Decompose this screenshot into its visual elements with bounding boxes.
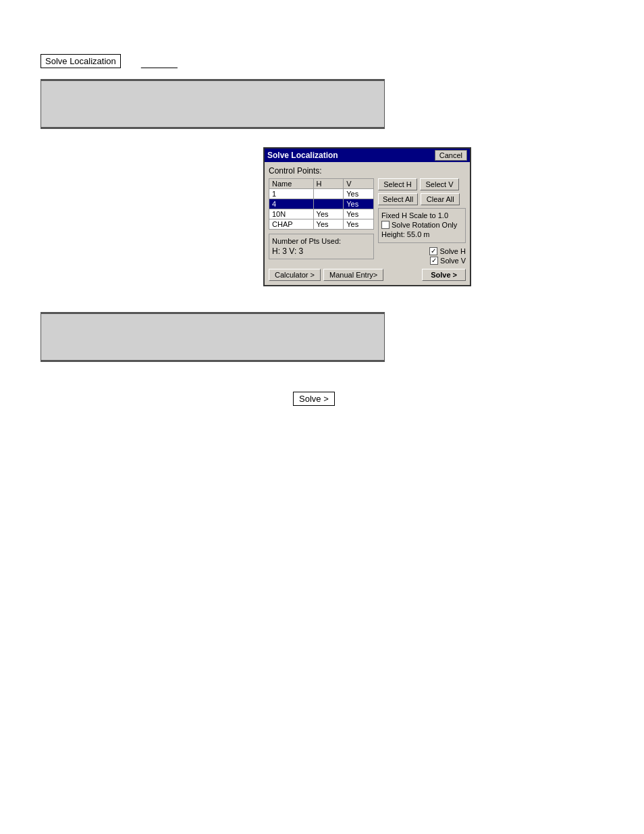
- table-row-v[interactable]: Yes: [344, 209, 374, 219]
- solve-localization-dialog: Solve Localization Cancel Control Points…: [263, 147, 471, 286]
- select-all-button[interactable]: Select All: [378, 193, 418, 205]
- bottom-section: [41, 312, 385, 362]
- solve-h-row: Solve H: [429, 247, 466, 255]
- table-row-name[interactable]: 10N: [269, 209, 314, 219]
- solve-h-label: Solve H: [439, 247, 466, 255]
- bottom-separator: [41, 128, 385, 129]
- height-value: 55.0 m: [407, 230, 430, 238]
- control-points-label: Control Points:: [269, 166, 466, 176]
- col-name: Name: [269, 179, 314, 189]
- cancel-button[interactable]: Cancel: [435, 150, 467, 161]
- dialog-content: Name H V 1Yes4Yes10NYesYesCHAPYesYes Num…: [269, 178, 466, 265]
- pts-used-value: H: 3 V: 3: [272, 246, 371, 256]
- clear-all-button[interactable]: Clear All: [421, 193, 460, 205]
- table-row-name[interactable]: 4: [269, 199, 314, 209]
- col-h: H: [313, 179, 344, 189]
- bottom-solve-button[interactable]: Solve >: [293, 392, 335, 406]
- table-row-h[interactable]: Yes: [313, 219, 344, 230]
- manual-entry-button[interactable]: Manual Entry>: [323, 269, 383, 281]
- fixed-h-scale-option: Fixed H Scale to 1.0: [381, 211, 462, 219]
- pts-used-label: Number of Pts Used:: [272, 237, 371, 245]
- table-row-name[interactable]: 1: [269, 189, 314, 199]
- solve-rotation-option: Solve Rotation Only: [381, 221, 462, 229]
- table-row-name[interactable]: CHAP: [269, 219, 314, 230]
- table-section: Name H V 1Yes4Yes10NYesYesCHAPYesYes Num…: [269, 178, 374, 265]
- dialog-titlebar: Solve Localization Cancel: [265, 149, 470, 162]
- control-points-table: Name H V 1Yes4Yes10NYesYesCHAPYesYes: [269, 178, 374, 230]
- table-row-v[interactable]: Yes: [344, 219, 374, 230]
- table-row[interactable]: 10NYesYes: [269, 209, 374, 219]
- table-row-h[interactable]: Yes: [313, 209, 344, 219]
- table-row-h[interactable]: [313, 189, 344, 199]
- solve-v-label: Solve V: [440, 257, 466, 265]
- table-row-v[interactable]: Yes: [344, 199, 374, 209]
- bottom-gray-box: [41, 313, 385, 361]
- solve-rotation-label: Solve Rotation Only: [392, 221, 457, 229]
- underline-decoration: [141, 59, 178, 69]
- select-v-button[interactable]: Select V: [420, 178, 459, 190]
- solve-h-checkbox[interactable]: [429, 247, 437, 255]
- table-row[interactable]: 4Yes: [269, 199, 374, 209]
- calculator-button[interactable]: Calculator >: [269, 269, 321, 281]
- select-h-button[interactable]: Select H: [378, 178, 417, 190]
- height-option: Height: 55.0 m: [381, 230, 462, 238]
- table-row-v[interactable]: Yes: [344, 189, 374, 199]
- options-box: Fixed H Scale to 1.0 Solve Rotation Only…: [378, 208, 466, 243]
- dialog-title: Solve Localization: [267, 151, 338, 160]
- top-gray-box: [41, 80, 385, 128]
- fixed-h-scale-label: Fixed H Scale to 1.0: [381, 211, 448, 219]
- table-row[interactable]: 1Yes: [269, 189, 374, 199]
- page-title: Solve Localization: [41, 54, 121, 68]
- solve-checkboxes: Solve H Solve V: [378, 247, 466, 265]
- table-row[interactable]: CHAPYesYes: [269, 219, 374, 230]
- solve-rotation-checkbox[interactable]: [381, 221, 390, 229]
- select-buttons-row: Select H Select V: [378, 178, 466, 190]
- dialog-body: Control Points: Name H V 1Yes4Yes10NYesY…: [265, 162, 470, 285]
- solve-v-row: Solve V: [430, 257, 466, 265]
- top-section: Solve Localization: [41, 54, 385, 129]
- col-v: V: [344, 179, 374, 189]
- pts-used-box: Number of Pts Used: H: 3 V: 3: [269, 234, 374, 259]
- height-label: Height:: [381, 230, 405, 238]
- dialog-bottom-buttons: Calculator > Manual Entry> Solve >: [269, 269, 466, 281]
- right-panel: Select H Select V Select All Clear All F…: [378, 178, 466, 265]
- solve-button[interactable]: Solve >: [422, 269, 466, 281]
- table-row-h[interactable]: [313, 199, 344, 209]
- solve-v-checkbox[interactable]: [430, 257, 438, 265]
- select-all-row: Select All Clear All: [378, 193, 466, 205]
- bottom-bottom-separator: [41, 361, 385, 362]
